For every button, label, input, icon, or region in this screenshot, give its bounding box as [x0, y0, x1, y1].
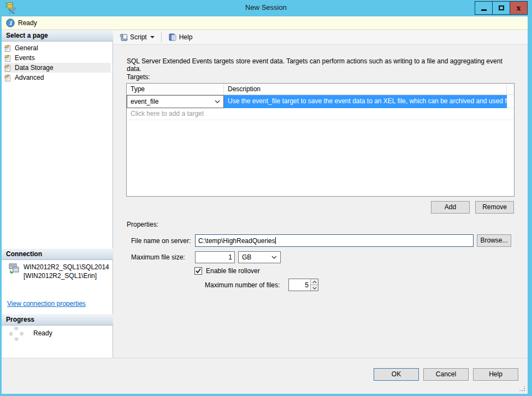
- sidebar-item-data-storage[interactable]: Data Storage: [4, 63, 111, 73]
- maximize-icon: [499, 5, 504, 10]
- spin-down-button[interactable]: [311, 285, 318, 291]
- targets-label: Targets:: [127, 73, 150, 81]
- window-title: New Session: [0, 3, 532, 11]
- help-button[interactable]: Help: [165, 32, 196, 43]
- server-user: [WIN2012R2_SQL1\Erin]: [23, 271, 111, 280]
- window-controls: x: [475, 1, 528, 15]
- column-header-type[interactable]: Type: [127, 84, 224, 94]
- table-header-row: Type Description: [127, 84, 514, 95]
- sidebar-item-events[interactable]: Events: [4, 53, 111, 63]
- targets-table[interactable]: Type Description event_file Use the even…: [126, 83, 515, 197]
- file-size-unit-value: GB: [242, 253, 251, 261]
- close-button[interactable]: x: [510, 1, 528, 15]
- view-connection-properties-link[interactable]: View connection properties: [7, 300, 86, 308]
- spinner-buttons: [310, 279, 318, 291]
- browse-button[interactable]: Browse...: [477, 234, 511, 247]
- status-bar: i Ready: [2, 16, 528, 30]
- maximize-button[interactable]: [492, 1, 510, 15]
- max-files-label: Maximum number of files:: [205, 281, 280, 289]
- progress-header: Progress: [2, 314, 113, 326]
- properties-label: Properties:: [127, 221, 158, 228]
- resize-grip[interactable]: [519, 385, 525, 392]
- max-file-size-input[interactable]: 1: [195, 251, 235, 263]
- script-label: Script: [130, 33, 147, 41]
- connection-server: WIN2012R2_SQL1\SQL2014 [WIN2012R2_SQL1\E…: [23, 263, 111, 280]
- target-type-value: event_file: [131, 98, 158, 105]
- help-button-footer[interactable]: Help: [473, 368, 518, 381]
- page-icon: [4, 54, 12, 62]
- chevron-up-icon: [312, 281, 317, 283]
- file-size-unit-dropdown[interactable]: GB: [238, 251, 281, 263]
- server-name: WIN2012R2_SQL1\SQL2014: [23, 263, 111, 271]
- connection-header: Connection: [2, 249, 113, 260]
- table-row[interactable]: event_file Use the event_file target to …: [127, 95, 514, 108]
- sidebar-item-label: General: [15, 44, 38, 52]
- page-icon: [4, 64, 12, 72]
- column-header-extra: [507, 84, 514, 94]
- checkmark-icon: [195, 268, 202, 274]
- remove-button[interactable]: Remove: [475, 201, 514, 214]
- sidebar-item-label: Events: [15, 54, 35, 62]
- title-bar[interactable]: New Session x: [0, 0, 532, 16]
- script-icon: [119, 33, 128, 42]
- minimize-icon: [481, 9, 487, 11]
- chevron-down-icon: [215, 100, 220, 103]
- status-text: Ready: [18, 19, 37, 27]
- spin-up-button[interactable]: [311, 279, 318, 285]
- progress-spinner-icon: [9, 327, 23, 341]
- chevron-down-icon: [271, 256, 277, 259]
- max-files-spinner[interactable]: 5: [288, 279, 318, 291]
- column-header-description[interactable]: Description: [224, 84, 507, 94]
- minimize-button[interactable]: [475, 1, 493, 15]
- page-icon: [4, 44, 12, 52]
- target-type-dropdown[interactable]: event_file: [127, 95, 224, 108]
- server-connection-icon: [9, 263, 21, 274]
- help-icon: [168, 33, 177, 42]
- chevron-down-icon: [312, 287, 317, 289]
- file-name-label: File name on server:: [131, 237, 191, 245]
- toolbar: Script Help: [113, 30, 528, 45]
- file-name-value: C:\temp\HighReadQueries: [198, 237, 275, 245]
- page-icon: [4, 74, 12, 82]
- sidebar-item-general[interactable]: General: [4, 43, 111, 53]
- toolbar-separator: [161, 32, 162, 42]
- add-button[interactable]: Add: [431, 201, 470, 214]
- target-description-cell[interactable]: Use the event_file target to save the ev…: [224, 95, 507, 108]
- progress-status: Ready: [33, 329, 52, 337]
- max-file-size-label: Maximum file size:: [131, 253, 185, 261]
- enable-file-rollover-checkbox[interactable]: [194, 267, 202, 275]
- new-session-dialog: New Session x i Ready Select a page Gene…: [0, 0, 532, 396]
- cancel-button[interactable]: Cancel: [423, 368, 469, 381]
- select-a-page-header: Select a page: [2, 30, 113, 42]
- help-label: Help: [179, 33, 193, 41]
- text-cursor: [275, 237, 276, 244]
- targets-description: SQL Server Extended Events targets store…: [127, 57, 516, 73]
- ok-button[interactable]: OK: [374, 368, 419, 381]
- enable-file-rollover-label: Enable file rollover: [206, 267, 260, 275]
- file-name-input[interactable]: C:\temp\HighReadQueries: [195, 234, 474, 247]
- sidebar-item-advanced[interactable]: Advanced: [4, 73, 111, 82]
- max-files-value: 5: [289, 279, 310, 291]
- add-target-placeholder-row[interactable]: Click here to add a target: [127, 108, 514, 120]
- info-icon: i: [6, 19, 15, 27]
- close-icon: x: [517, 4, 521, 12]
- sidebar-item-label: Advanced: [15, 74, 44, 81]
- sidebar-item-label: Data Storage: [15, 64, 54, 72]
- sidebar: Select a page General Events: [2, 30, 113, 358]
- script-button[interactable]: Script: [116, 32, 157, 43]
- chevron-down-icon: [150, 36, 155, 38]
